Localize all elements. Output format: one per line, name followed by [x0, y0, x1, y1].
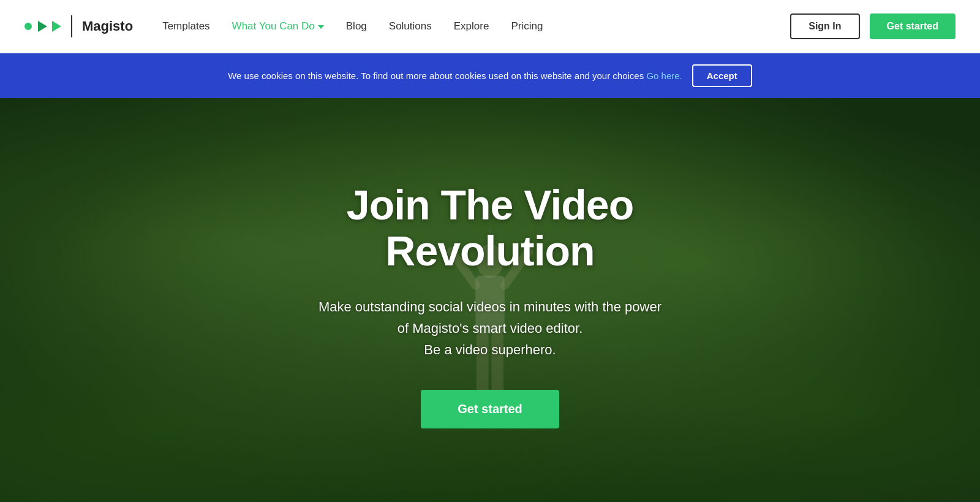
nav-item-what-you-can-do[interactable]: What You Can Do	[232, 20, 324, 32]
sign-in-button[interactable]: Sign In	[790, 13, 859, 39]
navbar: Magisto Templates What You Can Do Blog S…	[0, 0, 980, 53]
nav-item-explore[interactable]: Explore	[454, 20, 489, 32]
nav-links: Templates What You Can Do Blog Solutions…	[162, 20, 790, 32]
nav-item-pricing[interactable]: Pricing	[511, 20, 543, 32]
cookie-message: We use cookies on this website. To find …	[228, 70, 682, 81]
logo[interactable]: Magisto	[24, 15, 133, 37]
nav-actions: Sign In Get started	[790, 13, 956, 39]
cookie-go-here-link[interactable]: Go here.	[646, 70, 682, 81]
logo-icon	[24, 21, 61, 32]
get-started-hero-button[interactable]: Get started	[421, 390, 559, 428]
chevron-down-icon	[318, 25, 324, 29]
nav-item-templates[interactable]: Templates	[162, 20, 209, 32]
get-started-nav-button[interactable]: Get started	[870, 13, 956, 39]
logo-play-outline-icon	[38, 21, 47, 32]
logo-play-icon	[52, 21, 61, 32]
cookie-banner: We use cookies on this website. To find …	[0, 53, 980, 98]
nav-item-blog[interactable]: Blog	[346, 20, 367, 32]
logo-dot	[24, 23, 32, 30]
hero-subtitle: Make outstanding social videos in minute…	[270, 296, 710, 361]
logo-separator	[71, 15, 72, 37]
nav-item-solutions[interactable]: Solutions	[389, 20, 432, 32]
cookie-accept-button[interactable]: Accept	[692, 64, 752, 87]
logo-text: Magisto	[82, 18, 133, 34]
hero-title: Join The Video Revolution	[270, 182, 710, 274]
hero-section: Join The Video Revolution Make outstandi…	[0, 98, 980, 502]
hero-content: Join The Video Revolution Make outstandi…	[245, 182, 735, 428]
